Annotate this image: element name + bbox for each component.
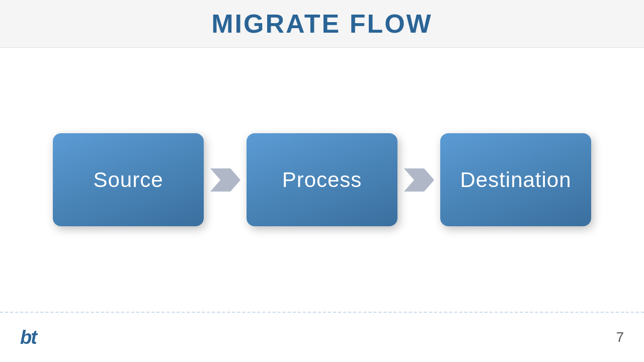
process-box: Process — [247, 133, 397, 226]
main-content: Source Process Destination — [0, 48, 644, 312]
svg-marker-1 — [404, 168, 434, 192]
destination-label: Destination — [460, 168, 571, 192]
source-label: Source — [93, 168, 163, 192]
flow-diagram: Source Process Destination — [53, 133, 591, 226]
logo: bt — [20, 327, 36, 348]
header: MIGRATE FLOW — [0, 0, 644, 48]
svg-marker-0 — [210, 168, 240, 192]
footer: bt 7 — [0, 312, 644, 362]
arrow-2 — [397, 168, 440, 192]
page-title: MIGRATE FLOW — [211, 9, 432, 39]
page-number: 7 — [616, 329, 624, 345]
destination-box: Destination — [440, 133, 591, 226]
source-box: Source — [53, 133, 204, 226]
chevron-right-icon — [210, 168, 240, 192]
chevron-right-icon-2 — [404, 168, 434, 192]
process-label: Process — [282, 168, 362, 192]
arrow-1 — [204, 168, 247, 192]
